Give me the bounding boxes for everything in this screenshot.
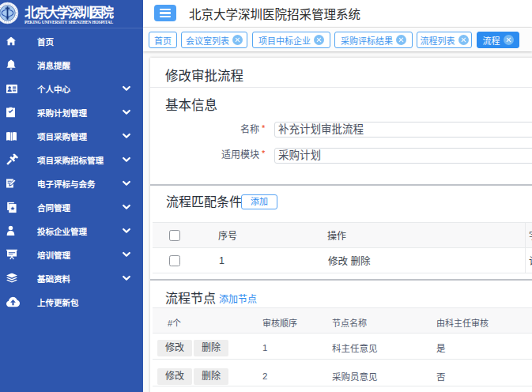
svg-text:北京大学深圳医院: 北京大学深圳医院 (25, 5, 115, 21)
svg-text:PEKING UNIVERSITY SHENZHEN HOS: PEKING UNIVERSITY SHENZHEN HOSPITAL (25, 20, 113, 24)
